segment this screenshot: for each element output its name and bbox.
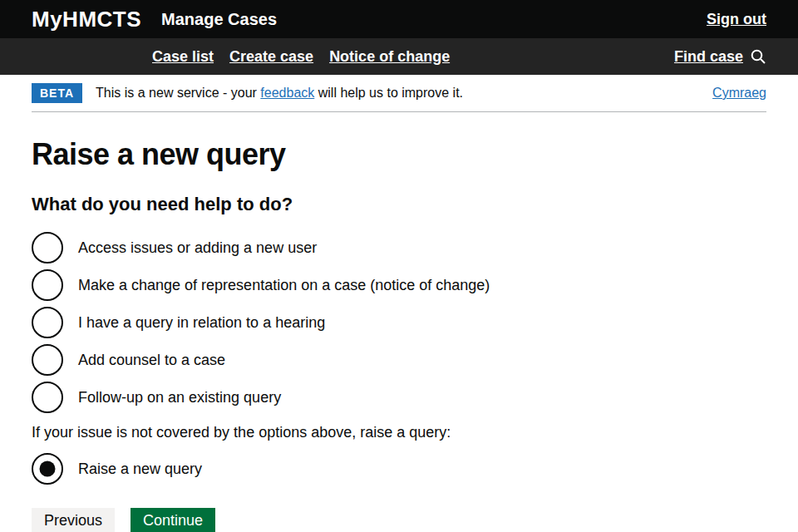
main-content: Raise a new query What do you need help … xyxy=(0,137,798,532)
radio-group: Access issues or adding a new user Make … xyxy=(32,232,766,413)
radio-label[interactable]: Add counsel to a case xyxy=(78,352,225,369)
search-icon[interactable] xyxy=(750,48,766,65)
nav-item-notice-of-change[interactable]: Notice of change xyxy=(329,48,450,66)
nav-find-case[interactable]: Find case xyxy=(674,48,766,66)
find-case-link[interactable]: Find case xyxy=(674,48,743,66)
radio-label[interactable]: Access issues or adding a new user xyxy=(78,239,317,257)
radio-button[interactable] xyxy=(32,382,63,413)
phase-banner: BETA This is a new service - your feedba… xyxy=(32,75,766,112)
page-title: Raise a new query xyxy=(32,137,766,172)
radio-option-change-representation[interactable]: Make a change of representation on a cas… xyxy=(32,269,766,301)
radio-label[interactable]: Make a change of representation on a cas… xyxy=(78,277,490,294)
radio-label[interactable]: Follow-up on an existing query xyxy=(78,389,281,406)
beta-tag: BETA xyxy=(32,83,82,103)
radio-label[interactable]: Raise a new query xyxy=(78,461,202,478)
radio-option-hearing-query[interactable]: I have a query in relation to a hearing xyxy=(32,307,766,338)
radio-option-raise-new-query[interactable]: Raise a new query xyxy=(32,453,766,485)
question-heading: What do you need help to do? xyxy=(32,194,766,215)
phase-text-before: This is a new service - your xyxy=(96,86,260,100)
phase-banner-text: This is a new service - your feedback wi… xyxy=(96,86,463,101)
radio-button[interactable] xyxy=(32,344,63,376)
nav-item-case-list[interactable]: Case list xyxy=(152,48,214,66)
sign-out-link[interactable]: Sign out xyxy=(707,11,766,28)
radio-option-follow-up[interactable]: Follow-up on an existing query xyxy=(32,382,766,413)
button-row: Previous Continue xyxy=(32,508,766,532)
feedback-link[interactable]: feedback xyxy=(260,86,314,100)
fallback-instruction: If your issue is not covered by the opti… xyxy=(32,424,766,441)
previous-button[interactable]: Previous xyxy=(32,508,115,532)
radio-label[interactable]: I have a query in relation to a hearing xyxy=(78,314,325,332)
app-title: Manage Cases xyxy=(161,10,277,29)
radio-option-add-counsel[interactable]: Add counsel to a case xyxy=(32,344,766,376)
top-header: MyHMCTS Manage Cases Sign out xyxy=(0,0,798,38)
radio-button[interactable] xyxy=(32,307,63,338)
nav-item-create-case[interactable]: Create case xyxy=(229,48,313,66)
brand-logo[interactable]: MyHMCTS xyxy=(32,7,141,32)
radio-button[interactable] xyxy=(32,269,63,301)
main-nav: Case list Create case Notice of change F… xyxy=(0,38,798,75)
radio-button[interactable] xyxy=(32,232,63,264)
radio-option-access-issues[interactable]: Access issues or adding a new user xyxy=(32,232,766,264)
phase-text-after: will help us to improve it. xyxy=(314,86,463,100)
continue-button[interactable]: Continue xyxy=(131,508,215,532)
language-link-cymraeg[interactable]: Cymraeg xyxy=(712,86,766,101)
nav-links: Case list Create case Notice of change xyxy=(152,48,450,66)
radio-button-selected[interactable] xyxy=(32,453,63,485)
